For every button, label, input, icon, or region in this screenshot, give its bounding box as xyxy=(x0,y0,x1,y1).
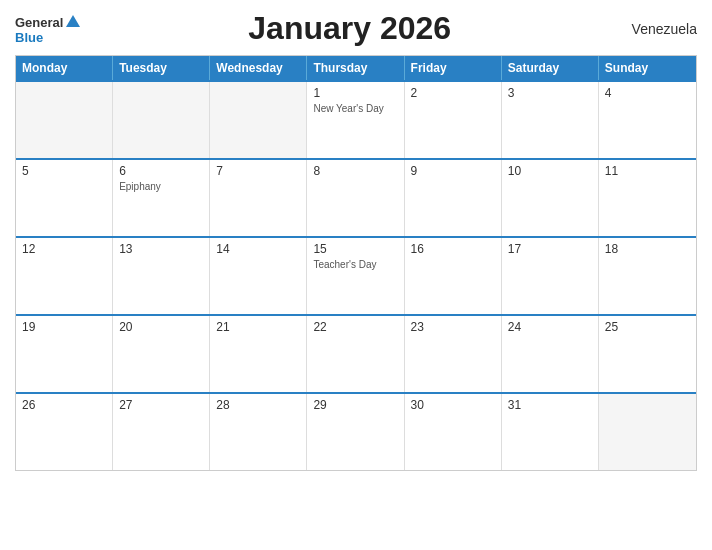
calendar-cell-w3-d6: 17 xyxy=(502,238,599,314)
calendar-cell-w1-d7: 4 xyxy=(599,82,696,158)
calendar-cell-w5-d7 xyxy=(599,394,696,470)
logo-blue-text: Blue xyxy=(15,31,43,44)
day-number: 27 xyxy=(119,398,203,412)
day-number: 25 xyxy=(605,320,690,334)
day-number: 29 xyxy=(313,398,397,412)
calendar-cell-w4-d1: 19 xyxy=(16,316,113,392)
day-number: 8 xyxy=(313,164,397,178)
day-number: 1 xyxy=(313,86,397,100)
col-friday: Friday xyxy=(405,56,502,80)
day-event: New Year's Day xyxy=(313,102,397,115)
calendar-cell-w2-d4: 8 xyxy=(307,160,404,236)
day-number: 22 xyxy=(313,320,397,334)
day-number: 3 xyxy=(508,86,592,100)
day-number: 24 xyxy=(508,320,592,334)
col-sunday: Sunday xyxy=(599,56,696,80)
calendar-cell-w2-d5: 9 xyxy=(405,160,502,236)
calendar-cell-w1-d5: 2 xyxy=(405,82,502,158)
day-number: 23 xyxy=(411,320,495,334)
day-number: 31 xyxy=(508,398,592,412)
calendar-cell-w1-d1 xyxy=(16,82,113,158)
week-row-3: 12131415Teacher's Day161718 xyxy=(16,236,696,314)
day-number: 18 xyxy=(605,242,690,256)
logo-icon xyxy=(64,13,82,31)
calendar-body: 1New Year's Day23456Epiphany789101112131… xyxy=(16,80,696,470)
calendar-cell-w5-d5: 30 xyxy=(405,394,502,470)
country-label: Venezuela xyxy=(617,21,697,37)
calendar-cell-w5-d6: 31 xyxy=(502,394,599,470)
day-number: 5 xyxy=(22,164,106,178)
day-number: 14 xyxy=(216,242,300,256)
calendar-cell-w4-d2: 20 xyxy=(113,316,210,392)
calendar-header-row: Monday Tuesday Wednesday Thursday Friday… xyxy=(16,56,696,80)
col-saturday: Saturday xyxy=(502,56,599,80)
day-number: 21 xyxy=(216,320,300,334)
week-row-4: 19202122232425 xyxy=(16,314,696,392)
day-number: 9 xyxy=(411,164,495,178)
day-number: 19 xyxy=(22,320,106,334)
day-number: 17 xyxy=(508,242,592,256)
calendar-cell-w4-d6: 24 xyxy=(502,316,599,392)
calendar-cell-w3-d3: 14 xyxy=(210,238,307,314)
day-number: 30 xyxy=(411,398,495,412)
calendar-cell-w1-d2 xyxy=(113,82,210,158)
calendar-cell-w4-d3: 21 xyxy=(210,316,307,392)
calendar-cell-w5-d3: 28 xyxy=(210,394,307,470)
day-number: 13 xyxy=(119,242,203,256)
logo-general-text: General xyxy=(15,16,63,29)
calendar-cell-w5-d1: 26 xyxy=(16,394,113,470)
day-number: 26 xyxy=(22,398,106,412)
day-number: 15 xyxy=(313,242,397,256)
calendar: Monday Tuesday Wednesday Thursday Friday… xyxy=(15,55,697,471)
day-event: Epiphany xyxy=(119,180,203,193)
calendar-cell-w2-d7: 11 xyxy=(599,160,696,236)
calendar-cell-w5-d4: 29 xyxy=(307,394,404,470)
day-number: 20 xyxy=(119,320,203,334)
day-number: 28 xyxy=(216,398,300,412)
col-monday: Monday xyxy=(16,56,113,80)
week-row-5: 262728293031 xyxy=(16,392,696,470)
logo: General Blue xyxy=(15,13,82,44)
day-number: 4 xyxy=(605,86,690,100)
day-number: 10 xyxy=(508,164,592,178)
calendar-cell-w3-d5: 16 xyxy=(405,238,502,314)
day-number: 11 xyxy=(605,164,690,178)
day-event: Teacher's Day xyxy=(313,258,397,271)
calendar-cell-w3-d1: 12 xyxy=(16,238,113,314)
calendar-cell-w2-d1: 5 xyxy=(16,160,113,236)
calendar-cell-w1-d3 xyxy=(210,82,307,158)
calendar-cell-w2-d3: 7 xyxy=(210,160,307,236)
calendar-cell-w2-d2: 6Epiphany xyxy=(113,160,210,236)
page-header: General Blue January 2026 Venezuela xyxy=(15,10,697,47)
week-row-2: 56Epiphany7891011 xyxy=(16,158,696,236)
calendar-cell-w5-d2: 27 xyxy=(113,394,210,470)
calendar-cell-w1-d4: 1New Year's Day xyxy=(307,82,404,158)
col-wednesday: Wednesday xyxy=(210,56,307,80)
page-title: January 2026 xyxy=(82,10,617,47)
calendar-cell-w4-d4: 22 xyxy=(307,316,404,392)
calendar-cell-w2-d6: 10 xyxy=(502,160,599,236)
day-number: 2 xyxy=(411,86,495,100)
day-number: 12 xyxy=(22,242,106,256)
calendar-cell-w4-d5: 23 xyxy=(405,316,502,392)
col-tuesday: Tuesday xyxy=(113,56,210,80)
calendar-page: General Blue January 2026 Venezuela Mond… xyxy=(0,0,712,550)
calendar-cell-w4-d7: 25 xyxy=(599,316,696,392)
calendar-cell-w3-d2: 13 xyxy=(113,238,210,314)
day-number: 16 xyxy=(411,242,495,256)
col-thursday: Thursday xyxy=(307,56,404,80)
calendar-cell-w3-d4: 15Teacher's Day xyxy=(307,238,404,314)
day-number: 7 xyxy=(216,164,300,178)
day-number: 6 xyxy=(119,164,203,178)
week-row-1: 1New Year's Day234 xyxy=(16,80,696,158)
calendar-cell-w3-d7: 18 xyxy=(599,238,696,314)
calendar-cell-w1-d6: 3 xyxy=(502,82,599,158)
svg-marker-0 xyxy=(66,15,80,27)
